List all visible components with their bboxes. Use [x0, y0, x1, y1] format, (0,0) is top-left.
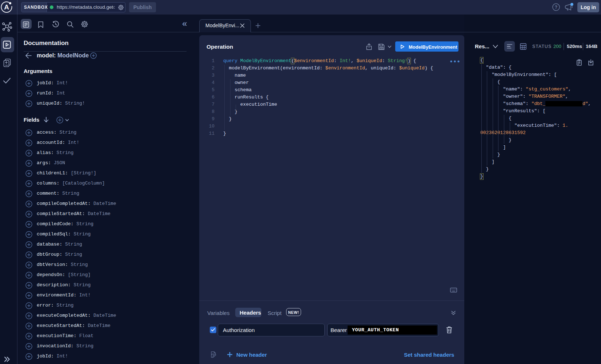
svg-text:?: ?	[555, 5, 557, 10]
svg-text:A: A	[4, 3, 9, 11]
